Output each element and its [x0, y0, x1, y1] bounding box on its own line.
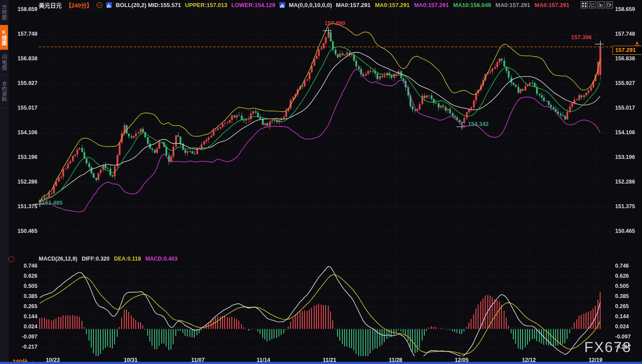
sidebar-tab-time-chart[interactable]: 分时图	[0, 0, 8, 25]
right-axis-label: 150.465	[615, 228, 635, 234]
right-axis-label: 0.505	[615, 283, 629, 289]
left-axis-label: 150.465	[15, 228, 37, 234]
left-axis-label: 155.017	[15, 105, 37, 111]
left-axis-label: 157.748	[15, 31, 37, 37]
left-axis-label: 154.106	[15, 129, 37, 136]
left-axis-label: 158.659	[15, 6, 37, 12]
sidebar: 分时图 K线图 闪电图 合约资料	[0, 0, 8, 364]
ma-value: MA0:157.291	[414, 2, 449, 8]
right-axis-label: 158.659	[615, 6, 635, 12]
left-axis-label: 155.927	[15, 80, 37, 86]
right-axis-label: 0.626	[615, 273, 629, 279]
boll-mid: MID:155.571	[148, 2, 181, 8]
price-annotation: 157.396	[571, 34, 592, 40]
left-axis-label: 0.144	[15, 313, 37, 320]
ma-value: MA0:157.291	[375, 2, 410, 8]
right-axis-label: 0.144	[615, 313, 629, 320]
right-axis-label: 0.746	[615, 263, 629, 269]
left-axis-label: 0.265	[15, 303, 37, 309]
left-axis-label: -0.097	[15, 334, 37, 340]
right-axis-label: 156.838	[615, 55, 635, 62]
mini-candlestick-icon[interactable]	[106, 2, 112, 8]
right-axis-label: 0.385	[615, 293, 629, 299]
left-axis-label: 0.626	[15, 273, 37, 279]
left-axis-label: 156.838	[15, 55, 37, 62]
right-axis-label: 155.927	[615, 80, 635, 86]
right-axis-label: 153.196	[615, 154, 635, 160]
minus-circle-icon[interactable]: −	[96, 2, 102, 8]
split-grid-icon[interactable]	[581, 1, 588, 8]
right-axis-label: 0.265	[615, 303, 629, 309]
left-axis-label: 152.286	[15, 179, 37, 185]
symbol-title: 美元日元	[39, 1, 62, 9]
left-axis-label: 0.505	[15, 283, 37, 289]
time-axis: 240分▲ 10/2310/3111/0711/1411/2111/2812/0…	[0, 356, 642, 362]
right-axis-scale-icon[interactable]	[597, 1, 605, 8]
chart-header: 美元日元 【240分】 − BOLL(20,2) MID:155.571 UPP…	[39, 0, 569, 10]
sidebar-tab-candle-chart[interactable]: K线图	[0, 25, 8, 50]
price-annotation: 154.342	[468, 121, 489, 127]
ma-values: MA0:157.291MA0:157.291MA0:157.291MA10:15…	[336, 2, 569, 8]
right-axis-label: 0.024	[615, 324, 629, 330]
ma-value: MA0:157.291	[534, 2, 569, 8]
right-axis-label: 157.748	[615, 31, 635, 37]
ma-value: MA0:157.291	[336, 2, 371, 8]
macd-label: MACD(26,12,9)	[39, 256, 78, 262]
latest-price-marker up-triangle-icon[interactable]: ▲	[635, 40, 639, 45]
chart-window: 分时图 K线图 闪电图 合约资料 美元日元 【240分】 − BOLL(20,2…	[0, 0, 642, 364]
ma-value: MA0:157.291	[496, 2, 531, 8]
macd-diff: DIFF:0.320	[82, 256, 110, 262]
ma-value: MA10:156.049	[453, 2, 491, 8]
watermark: FX678	[584, 339, 631, 356]
ma-label: MA(0,0,0,10,0,0)	[289, 2, 332, 8]
mini-candlestick-icon[interactable]	[279, 2, 285, 8]
chart-canvas[interactable]	[0, 0, 642, 364]
macd-header: MACD(26,12,9) DIFF:0.320 DEA:0.118 MACD:…	[39, 256, 178, 262]
current-price-box: 157.291	[612, 46, 642, 55]
boll-label: BOLL(20,2) MID:155.571	[116, 2, 181, 8]
tab-label: 分时图	[0, 4, 7, 20]
sidebar-tab-contract-info[interactable]: 合约资料	[0, 75, 8, 108]
left-axis-label: 0.024	[15, 324, 37, 330]
boll-upper: UPPER:157.013	[185, 2, 227, 8]
left-axis-label: 0.385	[15, 293, 37, 299]
right-axis-label: 154.106	[615, 129, 635, 136]
boll-lower: LOWER:154.129	[231, 2, 275, 8]
expand-pane-icon[interactable]	[606, 1, 613, 8]
price-annotation: 151.485	[42, 199, 63, 206]
macd-macd: MACD:0.403	[145, 256, 178, 262]
macd-dea: DEA:0.118	[114, 256, 141, 262]
period-tag[interactable]: 【240分】	[66, 1, 93, 9]
sidebar-tab-lightning-chart[interactable]: 闪电图	[0, 50, 8, 75]
price-annotation: 157.890	[325, 20, 345, 26]
macd-settings-icon[interactable]	[8, 256, 15, 262]
right-axis-label: 152.286	[615, 179, 635, 185]
left-axis-label: 0.746	[15, 263, 37, 269]
right-axis-label: 155.017	[615, 105, 635, 111]
bottom-scrollbar[interactable]	[0, 362, 642, 364]
tab-label: K线图	[0, 29, 7, 46]
right-axis-label: 151.375	[615, 203, 635, 210]
left-axis-scale-icon[interactable]	[589, 1, 596, 8]
left-axis-label: 151.375	[15, 203, 37, 210]
left-axis-label: -0.217	[15, 344, 37, 350]
tab-label: 合约资料	[0, 81, 7, 102]
tab-label: 闪电图	[0, 55, 7, 70]
chart-toolbar	[581, 1, 613, 8]
left-axis-label: 153.196	[15, 154, 37, 160]
